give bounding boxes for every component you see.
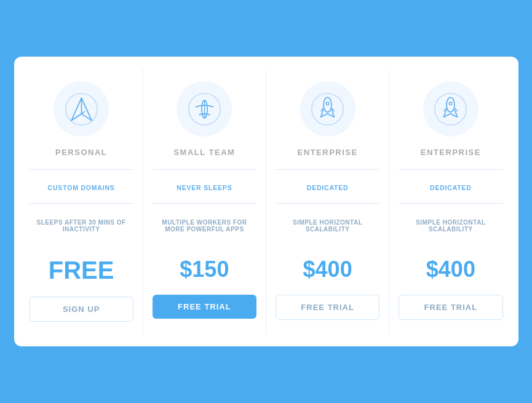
feature1-enterprise-1: DEDICATED: [307, 178, 349, 197]
feature2-enterprise-2: SIMPLE HORIZONTAL SCALABILITY: [399, 212, 502, 239]
plan-card-enterprise-2: ENTERPRISE DEDICATED SIMPLE HORIZONTAL S…: [389, 69, 512, 334]
price-small-team: $150: [180, 257, 229, 282]
plan-name-small-team: SMALL TEAM: [173, 148, 235, 157]
pricing-container: PERSONAL CUSTOM DOMAINS SLEEPS AFTER 30 …: [14, 57, 518, 346]
svg-point-10: [435, 93, 466, 124]
plan-icon-enterprise-1: [300, 81, 355, 137]
divider: [399, 169, 502, 170]
feature2-enterprise-1: SIMPLE HORIZONTAL SCALABILITY: [276, 212, 379, 239]
signup-button[interactable]: SIGN UP: [30, 297, 133, 322]
feature2-small-team: MULTIPLE WORKERS FOR MORE POWERFUL APPS: [153, 212, 256, 239]
feature1-personal: CUSTOM DOMAINS: [48, 178, 115, 197]
plan-icon-personal: [54, 81, 109, 137]
plan-icon-small-team: [177, 81, 232, 137]
feature1-enterprise-2: DEDICATED: [430, 178, 472, 197]
plan-name-enterprise-2: ENTERPRISE: [421, 148, 481, 157]
plan-name-enterprise-1: ENTERPRISE: [298, 148, 358, 157]
feature2-personal: SLEEPS AFTER 30 MINS OF INACTIVITY: [30, 212, 133, 239]
plan-name-personal: PERSONAL: [55, 148, 107, 157]
plan-card-personal: PERSONAL CUSTOM DOMAINS SLEEPS AFTER 30 …: [20, 69, 143, 334]
divider: [153, 203, 256, 204]
divider: [30, 169, 133, 170]
divider: [276, 169, 379, 170]
plan-icon-enterprise-2: [423, 81, 478, 137]
plan-card-small-team: SMALL TEAM NEVER SLEEPS MULTIPLE WORKERS…: [143, 69, 266, 334]
divider: [399, 203, 502, 204]
feature1-small-team: NEVER SLEEPS: [177, 178, 232, 197]
free-trial-button-enterprise-2[interactable]: FREE TRIAL: [399, 295, 502, 320]
free-trial-button-small-team[interactable]: FREE TRIAL: [153, 295, 256, 319]
divider: [153, 169, 256, 170]
free-trial-button-enterprise-1[interactable]: FREE TRIAL: [276, 295, 379, 320]
price-enterprise-2: $400: [426, 257, 475, 282]
price-enterprise-1: $400: [303, 257, 352, 282]
divider: [30, 203, 133, 204]
plan-card-enterprise-1: ENTERPRISE DEDICATED SIMPLE HORIZONTAL S…: [266, 69, 389, 334]
price-personal: FREE: [49, 257, 114, 284]
svg-point-7: [312, 93, 343, 124]
divider: [276, 203, 379, 204]
